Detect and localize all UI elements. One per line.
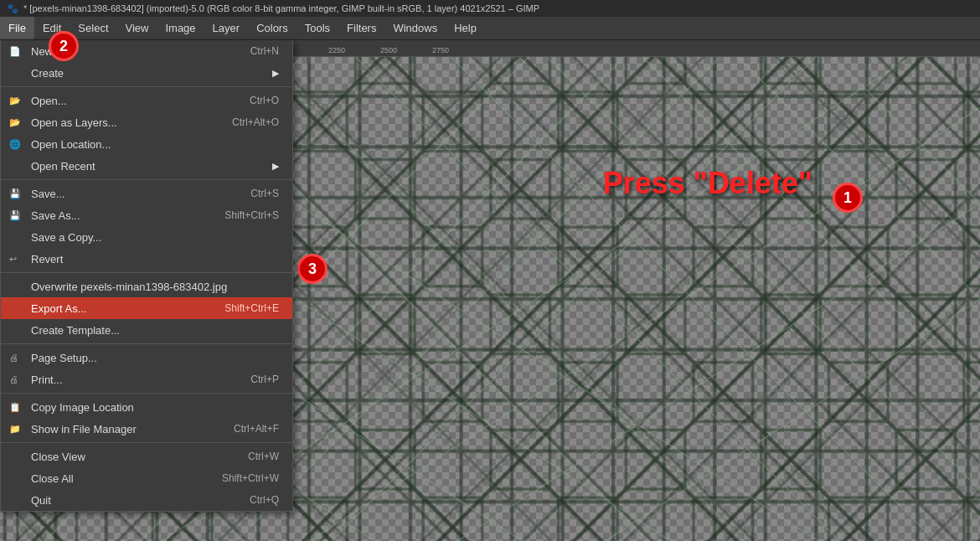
menu-item-open[interactable]: 📂 Open... Ctrl+O [1,90,292,111]
menu-windows[interactable]: Windows [384,17,446,39]
menu-file[interactable]: File [0,17,34,39]
separator-3 [1,272,292,273]
menu-item-open-recent[interactable]: Open Recent ▶ [1,155,292,177]
page-setup-icon: 🖨 [9,353,18,363]
open-recent-arrow: ▶ [272,161,279,172]
separator-2 [1,179,292,180]
open-location-icon: 🌐 [9,139,21,150]
revert-icon: ↩ [9,254,17,265]
ruler-mark: 2750 [432,46,484,54]
ruler-mark: 2250 [328,46,380,54]
open-layers-icon: 📂 [9,117,21,128]
menu-layer[interactable]: Layer [204,17,249,39]
separator-5 [1,393,292,394]
title-bar: 🐾 * [pexels-minan1398-683402] (imported)… [0,0,980,17]
print-icon: 🖨 [9,374,18,384]
menu-item-page-setup[interactable]: 🖨 Page Setup... [1,347,292,368]
menu-help[interactable]: Help [446,17,485,39]
press-delete-annotation: Press "Delete" [603,166,812,201]
annotation-circle-1: 1 [833,183,863,213]
menu-item-copy-location[interactable]: 📋 Copy Image Location [1,396,292,418]
separator-1 [1,86,292,87]
menu-filters[interactable]: Filters [338,17,384,39]
menu-item-close-all[interactable]: Close All Shift+Ctrl+W [1,467,292,489]
menu-item-save-copy[interactable]: Save a Copy... [1,226,292,248]
menu-item-close-view[interactable]: Close View Ctrl+W [1,446,292,467]
save-icon: 💾 [9,188,21,199]
submenu-arrow: ▶ [272,68,279,79]
menu-item-quit[interactable]: Quit Ctrl+Q [1,489,292,511]
menu-item-show-file-manager[interactable]: 📁 Show in File Manager Ctrl+Alt+F [1,418,292,440]
new-icon: 📄 [9,46,21,57]
menu-item-overwrite[interactable]: Overwrite pexels-minan1398-683402.jpg [1,276,292,297]
menu-item-print[interactable]: 🖨 Print... Ctrl+P [1,368,292,390]
menu-item-export-as[interactable]: Export As... Shift+Ctrl+E [1,297,292,319]
menu-item-open-location[interactable]: 🌐 Open Location... [1,133,292,155]
menu-item-revert[interactable]: ↩ Revert [1,248,292,270]
menu-colors[interactable]: Colors [248,17,297,39]
menu-bar: File Edit Select View Image Layer Colors… [0,17,980,40]
menu-item-create-template[interactable]: Create Template... [1,319,292,341]
menu-view[interactable]: View [117,17,157,39]
menu-item-open-layers[interactable]: 📂 Open as Layers... Ctrl+Alt+O [1,111,292,133]
copy-location-icon: 📋 [9,402,21,413]
save-as-icon: 💾 [9,210,21,221]
menu-item-save-as[interactable]: 💾 Save As... Shift+Ctrl+S [1,204,292,226]
ruler-mark: 2500 [380,46,432,54]
separator-4 [1,343,292,344]
separator-6 [1,442,292,443]
open-icon: 📂 [9,95,21,106]
menu-item-create[interactable]: Create ▶ [1,62,292,84]
file-manager-icon: 📁 [9,424,21,435]
title-text: * [pexels-minan1398-683402] (imported)-5… [23,3,539,13]
file-dropdown-menu: 📄 New... Ctrl+N Create ▶ 📂 Open... Ctrl+… [0,40,293,512]
annotation-circle-3: 3 [297,254,328,284]
menu-tools[interactable]: Tools [297,17,338,39]
annotation-circle-2: 2 [49,31,79,61]
menu-select[interactable]: Select [70,17,116,39]
menu-item-save[interactable]: 💾 Save... Ctrl+S [1,183,292,204]
main-area: 📄 New... Ctrl+N Create ▶ 📂 Open... Ctrl+… [0,40,980,541]
menu-item-new[interactable]: 📄 New... Ctrl+N [1,40,292,62]
gimp-logo: 🐾 [7,3,18,14]
menu-image[interactable]: Image [157,17,204,39]
